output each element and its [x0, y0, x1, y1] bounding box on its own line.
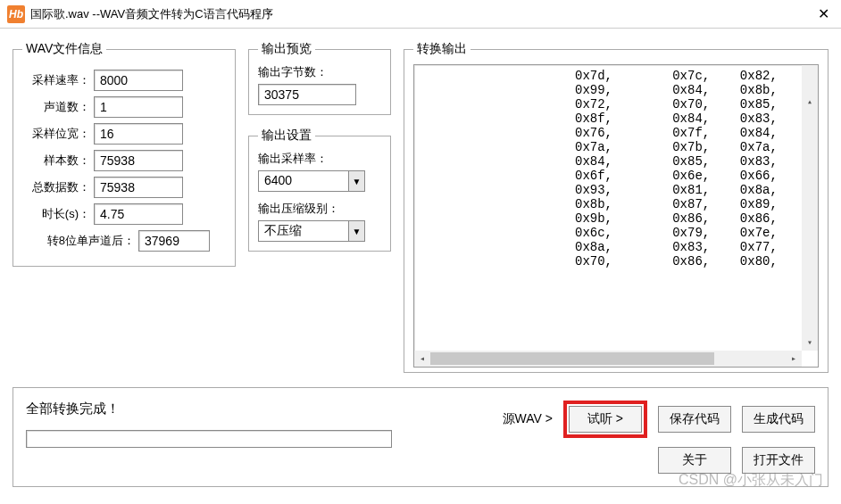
compress-combo[interactable]: 不压缩 ▼ [258, 220, 365, 242]
output-textarea[interactable]: 0x7d, 0x7c, 0x82, 0x99, 0x84, 0x8b, 0x72… [413, 64, 819, 368]
vertical-scrollbar[interactable]: ▴ ▾ [802, 65, 818, 351]
listen-button[interactable]: 试听 > [569, 406, 642, 433]
output-bytes-label: 输出字节数： [258, 64, 381, 80]
status-text: 全部转换完成！ [26, 401, 410, 417]
app-icon: Hb [7, 5, 25, 23]
compress-value: 不压缩 [259, 221, 348, 241]
about-button[interactable]: 关于 [658, 447, 731, 474]
output-rate-label: 输出采样率： [258, 151, 381, 167]
titlebar: Hb 国际歌.wav --WAV音频文件转为C语言代码程序 ✕ [0, 0, 841, 29]
scroll-thumb[interactable] [430, 352, 714, 365]
conversion-output-group: 转换输出 0x7d, 0x7c, 0x82, 0x99, 0x84, 0x8b,… [404, 41, 829, 373]
chevron-down-icon[interactable]: ▼ [348, 221, 364, 241]
output-preview-legend: 输出预览 [258, 41, 315, 57]
bottom-panel: 全部转换完成！ 源WAV > 试听 > 保存代码 生成代码 关于 打开文件 [12, 387, 829, 487]
mono8-field[interactable] [138, 230, 210, 252]
scroll-up-icon[interactable]: ▴ [802, 94, 818, 110]
sample-count-label: 样本数： [22, 153, 94, 169]
output-settings-legend: 输出设置 [258, 128, 315, 144]
open-file-button[interactable]: 打开文件 [742, 447, 815, 474]
listen-highlight: 试听 > [563, 401, 647, 438]
output-rate-combo[interactable]: 6400 ▼ [258, 170, 365, 192]
output-settings-group: 输出设置 输出采样率： 6400 ▼ 输出压缩级别： 不压缩 ▼ [248, 128, 391, 252]
output-rate-value: 6400 [259, 171, 348, 191]
scroll-right-icon[interactable]: ▸ [786, 351, 802, 367]
progress-bar [26, 430, 392, 448]
duration-label: 时长(s)： [22, 206, 94, 222]
output-bytes-field[interactable] [258, 84, 356, 105]
save-code-button[interactable]: 保存代码 [658, 406, 731, 433]
chevron-down-icon[interactable]: ▼ [348, 171, 364, 191]
source-wav-label: 源WAV > [503, 411, 553, 427]
horizontal-scrollbar[interactable]: ◂ ▸ [414, 351, 802, 367]
sample-rate-label: 采样速率： [22, 72, 94, 88]
window-title: 国际歌.wav --WAV音频文件转为C语言代码程序 [30, 6, 273, 22]
scroll-left-icon[interactable]: ◂ [414, 351, 430, 367]
channels-field[interactable] [94, 96, 183, 118]
generate-code-button[interactable]: 生成代码 [742, 406, 815, 433]
output-preview-group: 输出预览 输出字节数： [248, 41, 391, 115]
close-icon[interactable]: ✕ [805, 0, 841, 29]
mono8-label: 转8位单声道后： [22, 233, 138, 249]
bit-depth-label: 采样位宽： [22, 126, 94, 142]
conversion-output-legend: 转换输出 [413, 41, 470, 57]
wav-info-group: WAV文件信息 采样速率： 声道数： 采样位宽： 样本数： [12, 41, 236, 267]
total-data-field[interactable] [94, 177, 183, 198]
total-data-label: 总数据数： [22, 179, 94, 195]
wav-info-legend: WAV文件信息 [22, 41, 106, 57]
scroll-down-icon[interactable]: ▾ [802, 335, 818, 351]
sample-count-field[interactable] [94, 150, 183, 171]
channels-label: 声道数： [22, 99, 94, 115]
compress-label: 输出压缩级别： [258, 201, 381, 217]
duration-field[interactable] [94, 203, 183, 225]
bit-depth-field[interactable] [94, 123, 183, 145]
sample-rate-field[interactable] [94, 70, 183, 91]
